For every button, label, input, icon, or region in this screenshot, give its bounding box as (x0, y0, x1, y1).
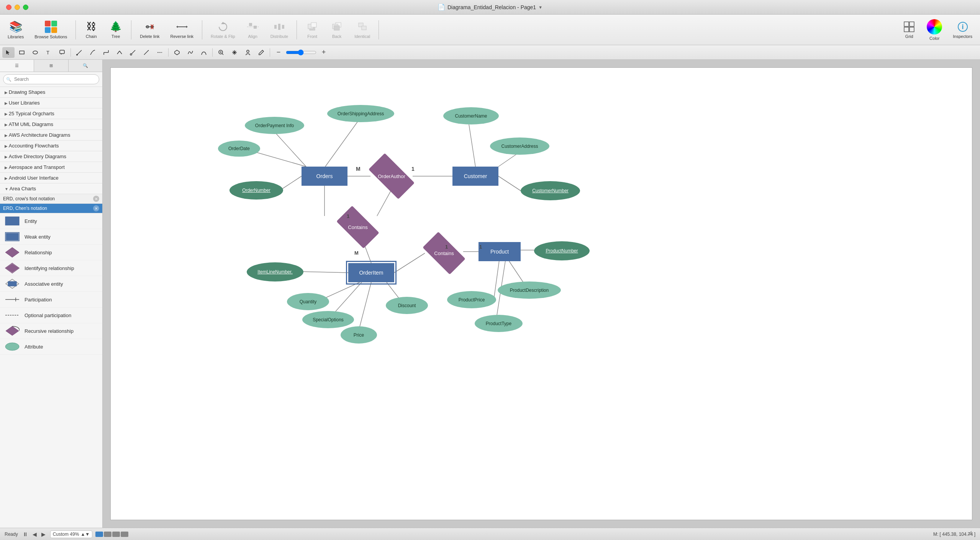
browse-solutions-button[interactable]: Browse Solutions (30, 16, 72, 43)
attr-discount[interactable]: Discount (386, 297, 428, 314)
attr-customername[interactable]: CustomerName (443, 107, 499, 124)
shape-assoc-entity[interactable]: Associative entity (0, 276, 102, 292)
zoom-in-tool[interactable] (215, 47, 227, 58)
attr-price[interactable]: Price (341, 326, 377, 344)
entity-orderitem[interactable]: OrderItem (348, 263, 394, 282)
zoom-selector[interactable]: Custom 49% ▲▼ (50, 530, 92, 538)
shape-id-relationship[interactable]: Identifying relationship (0, 260, 102, 276)
attr-orderpayment[interactable]: OrderPayment Info (245, 117, 304, 134)
entity-customer[interactable]: Customer (452, 167, 498, 186)
library-erd-crow[interactable]: ERD, crow's foot notation ✕ (0, 194, 102, 204)
align-button[interactable]: Align (241, 16, 264, 43)
maximize-button[interactable] (23, 5, 28, 10)
attr-customeraddress[interactable]: CustomerAddress (490, 137, 549, 155)
attr-ordershipping[interactable]: OrderShippingAddress (327, 105, 394, 122)
canvas-area[interactable]: Orders Customer Product OrderItem OrderA… (103, 60, 980, 528)
chain-button[interactable]: ⛓ Chain (80, 16, 103, 43)
tree-button[interactable]: 🌲 Tree (104, 16, 127, 43)
connector-tool-4[interactable] (113, 47, 126, 58)
rotate-flip-button[interactable]: Rotate & Flip (206, 16, 240, 43)
sidebar-section-active-directory[interactable]: Active Directory Diagrams (0, 151, 102, 162)
zoom-out-button[interactable]: − (272, 47, 285, 58)
attr-productprice[interactable]: ProductPrice (447, 291, 496, 308)
search-input[interactable] (3, 74, 99, 84)
distribute-button[interactable]: Distribute (266, 16, 293, 43)
dropdown-arrow[interactable]: ▼ (538, 5, 542, 10)
close-library-chen-button[interactable]: ✕ (93, 205, 99, 211)
shape-opt-participation[interactable]: Optional participation (0, 308, 102, 323)
relationship-contains-1[interactable]: Contains (339, 216, 377, 238)
identical-button[interactable]: Identical (350, 16, 375, 43)
attr-orderdate[interactable]: OrderDate (218, 141, 260, 157)
shape-relationship[interactable]: Relationship (0, 245, 102, 260)
sidebar-section-drawing-shapes[interactable]: Drawing Shapes (0, 87, 102, 98)
ellipse-tool[interactable] (29, 47, 41, 58)
nav-prev-button[interactable]: ◀ (31, 531, 38, 537)
sidebar-tab-list[interactable]: ☰ (0, 60, 34, 72)
library-erd-chen[interactable]: ERD, Chen's notation ✕ (0, 204, 102, 213)
attr-productdescription[interactable]: ProductDescription (498, 281, 561, 299)
polygon-tool[interactable] (171, 47, 183, 58)
attr-productnumber[interactable]: ProductNumber (534, 241, 590, 260)
nav-next-button[interactable]: ▶ (40, 531, 47, 537)
attr-specialoptions[interactable]: SpecialOptions (302, 311, 354, 328)
attr-ordernumber[interactable]: OrderNumber (229, 181, 283, 200)
pen-tool[interactable] (255, 47, 267, 58)
bezier-tool[interactable] (198, 47, 210, 58)
sidebar-section-aerospace[interactable]: Aerospace and Transport (0, 162, 102, 173)
shape-participation[interactable]: Participation (0, 292, 102, 308)
rect-tool[interactable] (16, 47, 28, 58)
shape-entity[interactable]: Entity (0, 213, 102, 229)
shape-weak-entity[interactable]: Weak entity (0, 229, 102, 245)
connector-tool-1[interactable] (73, 47, 85, 58)
attr-quantity[interactable]: Quantity (287, 293, 329, 310)
page-icon-3[interactable] (112, 532, 120, 537)
attr-itemlinenumber[interactable]: ItemLineNumber. (247, 262, 303, 281)
relationship-contains-2[interactable]: Contains (425, 242, 463, 264)
libraries-button[interactable]: 📚 Libraries (3, 16, 28, 43)
sidebar-tab-search[interactable]: 🔍 (69, 60, 102, 72)
shape-rec-relationship[interactable]: Recursive relationship (0, 323, 102, 339)
sidebar-section-user-libraries[interactable]: User Libraries (0, 98, 102, 108)
diagram-canvas[interactable]: Orders Customer Product OrderItem OrderA… (110, 67, 972, 520)
shape-attribute[interactable]: Attribute (0, 339, 102, 355)
page-icon-2[interactable] (104, 532, 111, 537)
front-button[interactable]: Front (301, 16, 324, 43)
color-button[interactable]: Color (922, 16, 947, 43)
connector-tool-3[interactable] (100, 47, 112, 58)
delete-link-button[interactable]: Delete link (135, 16, 164, 43)
sidebar-section-aws[interactable]: AWS Architecture Diagrams (0, 130, 102, 141)
back-button[interactable]: Back (325, 16, 348, 43)
zoom-slider[interactable] (286, 49, 316, 56)
person-tool[interactable] (242, 47, 254, 58)
sidebar-section-android[interactable]: Android User Interface (0, 173, 102, 183)
page-icon-4[interactable] (121, 532, 128, 537)
sidebar-tab-grid[interactable]: ⊞ (34, 60, 68, 72)
resize-handle[interactable] (967, 530, 972, 537)
zoom-in-button-2[interactable]: + (318, 47, 330, 58)
connector-tool-5[interactable] (127, 47, 139, 58)
grid-button[interactable]: Grid (898, 16, 921, 43)
connector-tool-6[interactable] (140, 47, 152, 58)
close-button[interactable] (6, 5, 11, 10)
cursor-tool[interactable] (2, 47, 15, 58)
attr-producttype[interactable]: ProductType (475, 315, 523, 332)
entity-orders[interactable]: Orders (302, 167, 347, 186)
minimize-button[interactable] (15, 5, 20, 10)
connector-tool-2[interactable] (87, 47, 99, 58)
close-library-crow-button[interactable]: ✕ (93, 196, 99, 202)
sidebar-section-accounting[interactable]: Accounting Flowcharts (0, 141, 102, 151)
freeform-tool[interactable] (184, 47, 197, 58)
entity-product[interactable]: Product (479, 242, 521, 261)
attr-customernumber[interactable]: CustomerNumber (521, 181, 580, 200)
nav-pause-button[interactable]: ⏸ (21, 531, 29, 537)
sidebar-section-area-charts[interactable]: Area Charts (0, 183, 102, 194)
pan-tool[interactable] (228, 47, 241, 58)
page-icon-1[interactable] (95, 532, 103, 537)
connector-tool-7[interactable] (154, 47, 166, 58)
relationship-orderauthor[interactable]: OrderAuthor (370, 165, 413, 188)
text-tool[interactable]: T (43, 47, 55, 58)
sidebar-section-orgcharts[interactable]: 25 Typical Orgcharts (0, 108, 102, 119)
inspectors-button[interactable]: i Inspectors (948, 16, 977, 43)
sidebar-section-atm-uml[interactable]: ATM UML Diagrams (0, 119, 102, 130)
